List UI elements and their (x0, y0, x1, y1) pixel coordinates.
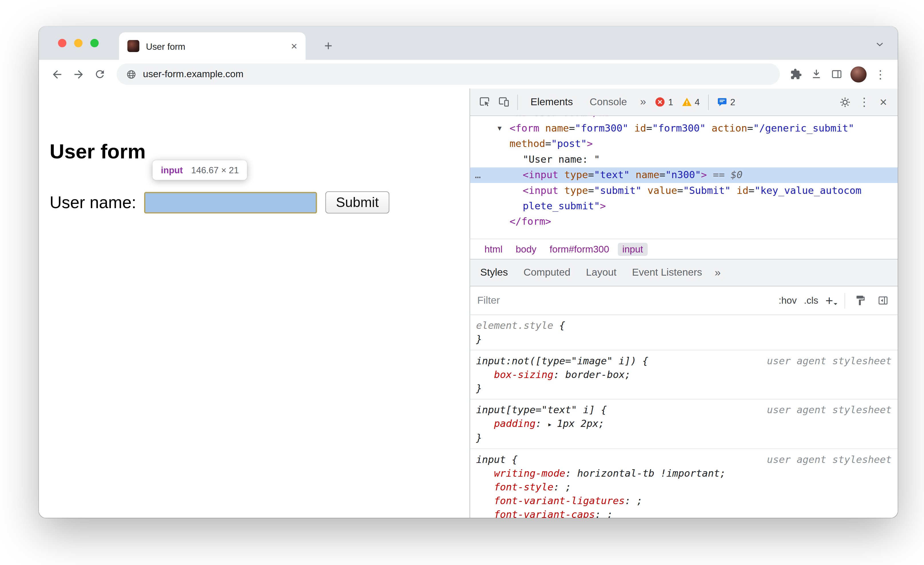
inspect-tooltip-tag: input (161, 165, 183, 175)
device-toolbar-icon[interactable] (494, 92, 513, 111)
globe-icon (126, 69, 136, 79)
dom-tree-line[interactable]: </form> (470, 214, 898, 229)
dom-tree-line[interactable]: <input type="submit" value="Submit" id="… (470, 183, 898, 198)
breadcrumb-item[interactable]: body (511, 243, 541, 256)
style-rule: input {user agent stylesheetwriting-mode… (470, 449, 898, 518)
devtools-settings-gear-icon[interactable] (836, 92, 855, 111)
tab-favicon (127, 40, 139, 52)
css-property[interactable]: box-sizing: border-box; (476, 368, 892, 381)
tab-title: User form (146, 41, 284, 51)
rule-close-brace: } (476, 381, 892, 395)
css-property[interactable]: font-variant-caps: ; (476, 508, 892, 518)
styles-pane: element.style {}input:not([type="image" … (470, 315, 898, 518)
back-button[interactable] (46, 63, 68, 85)
browser-tab[interactable]: User form × (119, 32, 305, 60)
address-bar[interactable]: user-form.example.com (117, 63, 780, 85)
toolbar-divider (844, 293, 845, 308)
toggle-computed-sidebar-icon[interactable] (875, 293, 891, 308)
rule-selector[interactable]: input:not([type="image" i]) { (476, 354, 760, 368)
disclosure-arrow-icon[interactable]: ▼ (498, 121, 510, 136)
submit-button[interactable]: Submit (325, 191, 390, 213)
styles-filter-input[interactable] (477, 295, 772, 307)
more-sidebar-tabs-icon[interactable]: » (710, 267, 725, 279)
window-controls (58, 39, 99, 47)
profile-avatar[interactable] (850, 66, 867, 82)
expand-value-icon[interactable]: ▸ (548, 420, 557, 429)
css-property[interactable]: padding: ▸ 1px 2px; (476, 417, 892, 431)
username-input[interactable] (144, 192, 316, 213)
devtools-tab-console[interactable]: Console (581, 88, 635, 115)
toolbar-divider (518, 94, 518, 109)
chevron-down-icon[interactable] (874, 38, 886, 50)
page-content: User form input 146.67 × 21 User name: S… (39, 88, 470, 518)
toolbar-divider (708, 94, 709, 109)
sidebar-tab-computed[interactable]: Computed (516, 259, 578, 286)
forward-button[interactable] (68, 63, 89, 85)
rule-selector[interactable]: input { (476, 453, 760, 466)
inspect-tooltip-size: 146.67 × 21 (191, 165, 239, 175)
inspect-element-icon[interactable] (475, 92, 494, 111)
breadcrumb-item[interactable]: input (617, 243, 648, 256)
devtools-panel: ElementsConsole » 1 4 2 (470, 88, 898, 518)
issues-badge[interactable]: 2 (713, 97, 740, 107)
more-panels-icon[interactable]: » (635, 96, 651, 108)
console-errors-badge[interactable]: 1 (651, 97, 678, 107)
new-style-rule-button[interactable]: + (825, 294, 837, 307)
stylesheet-origin: user agent stylesheet (767, 403, 892, 417)
tab-close-icon[interactable]: × (291, 40, 297, 51)
issue-count: 2 (730, 97, 735, 107)
styles-sidebar-tabs: StylesComputedLayoutEvent Listeners (472, 259, 710, 286)
style-rule: input[type="text" i] {user agent stylesh… (470, 399, 898, 449)
dom-tree-line[interactable]: method="post"> (470, 136, 898, 152)
dom-tree-line[interactable]: ▼<form name="form300" id="form300" actio… (470, 121, 898, 136)
rule-close-brace: } (476, 333, 892, 346)
rule-selector[interactable]: input[type="text" i] { (476, 403, 760, 417)
minimize-window-button[interactable] (74, 39, 82, 47)
side-panel-icon[interactable] (826, 63, 847, 85)
dom-tree: <h3>User form</h3>▼<form name="form300" … (470, 116, 898, 239)
sidebar-tab-styles[interactable]: Styles (472, 259, 516, 286)
more-actions-icon[interactable]: … (475, 168, 481, 183)
dom-tree-line[interactable]: "User name: " (470, 152, 898, 167)
toggle-hover-state-button[interactable]: :hov (779, 295, 797, 306)
devtools-close-icon[interactable]: × (874, 92, 893, 111)
css-property[interactable]: writing-mode: horizontal-tb !important; (476, 466, 892, 480)
screenshot-root: User form × + user-form.exa (0, 0, 924, 565)
breadcrumb-item[interactable]: html (480, 243, 507, 256)
sidebar-tab-event-listeners[interactable]: Event Listeners (624, 259, 710, 286)
devtools-menu-kebab-icon[interactable]: ⋮ (855, 92, 874, 111)
breadcrumb: htmlbodyform#form300input (470, 238, 898, 259)
extensions-icon[interactable] (786, 63, 806, 85)
devtools-tab-elements[interactable]: Elements (522, 88, 581, 115)
downloads-icon[interactable] (806, 63, 826, 85)
console-warnings-badge[interactable]: 4 (678, 97, 704, 107)
devtools-panel-tabs: ElementsConsole (522, 88, 636, 115)
warning-count: 4 (694, 97, 699, 107)
page-title: User form (50, 140, 146, 163)
breadcrumb-item[interactable]: form#form300 (545, 243, 614, 256)
new-tab-button[interactable]: + (317, 34, 339, 56)
sidebar-tab-layout[interactable]: Layout (578, 259, 624, 286)
dom-tree-line[interactable]: <h3>User form</h3> (470, 116, 898, 121)
reload-button[interactable] (89, 63, 111, 85)
fullscreen-window-button[interactable] (90, 39, 99, 47)
error-count: 1 (668, 97, 673, 107)
window-content: User form input 146.67 × 21 User name: S… (39, 88, 898, 518)
css-property[interactable]: font-style: ; (476, 480, 892, 494)
dom-tree-line[interactable]: …<input type="text" name="n300"> == $0 (470, 168, 898, 183)
close-window-button[interactable] (58, 39, 66, 47)
css-property[interactable]: font-variant-ligatures: ; (476, 494, 892, 508)
dom-tree-line[interactable]: plete_submit"> (470, 198, 898, 214)
url-text: user-form.example.com (143, 69, 243, 79)
devtools-toolbar: ElementsConsole » 1 4 2 (470, 88, 898, 116)
stylesheet-origin: user agent stylesheet (767, 453, 892, 466)
toolbar-actions: ⋮ (786, 63, 891, 85)
rendering-emulation-icon[interactable] (852, 293, 868, 308)
browser-window: User form × + user-form.exa (39, 26, 898, 518)
browser-menu-kebab-icon[interactable]: ⋮ (870, 63, 891, 85)
rule-close-brace: } (476, 431, 892, 445)
rule-selector[interactable]: element.style { (476, 319, 892, 333)
user-form: User name: Submit (50, 191, 390, 213)
toggle-class-button[interactable]: .cls (804, 295, 818, 306)
styles-filter-row: :hov .cls + (470, 286, 898, 315)
